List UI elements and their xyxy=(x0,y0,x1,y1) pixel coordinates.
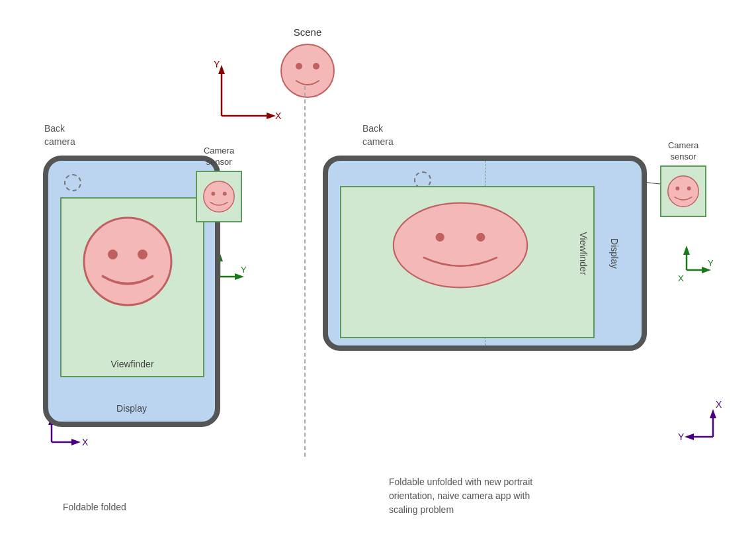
svg-point-32 xyxy=(281,44,334,97)
right-phone-body: Viewfinder Display xyxy=(323,156,647,351)
svg-marker-3 xyxy=(267,113,276,119)
svg-marker-11 xyxy=(71,439,81,445)
svg-marker-27 xyxy=(683,246,690,255)
svg-text:X: X xyxy=(275,111,282,121)
sensor-smiley-right xyxy=(664,172,702,210)
svg-text:Y: Y xyxy=(708,258,714,268)
svg-text:Y: Y xyxy=(678,432,685,442)
svg-point-46 xyxy=(687,187,691,191)
scene-face-icon xyxy=(278,41,337,101)
camera-sensor-label-right: Camera sensor xyxy=(660,140,706,163)
svg-point-37 xyxy=(138,250,147,259)
back-camera-label-left: Back camera xyxy=(44,122,75,148)
sensor-box-right xyxy=(660,165,706,217)
svg-point-39 xyxy=(211,192,215,196)
viewfinder-right xyxy=(340,186,595,338)
svg-point-38 xyxy=(204,181,234,212)
vertical-divider xyxy=(304,86,306,457)
svg-point-36 xyxy=(108,250,118,259)
svg-point-34 xyxy=(313,63,319,69)
camera-sensor-left: Camera sensor xyxy=(196,146,242,222)
svg-point-41 xyxy=(394,203,527,288)
svg-point-44 xyxy=(668,176,698,206)
back-camera-label-right: Back camera xyxy=(362,122,394,148)
folded-caption: Foldable folded xyxy=(63,502,126,512)
unfolded-caption: Foldable unfolded with new portrait orie… xyxy=(389,475,532,517)
svg-point-33 xyxy=(296,63,302,69)
camera-dot-left xyxy=(64,174,81,191)
viewfinder-label-right: Viewfinder xyxy=(577,232,588,275)
sensor-box-left xyxy=(196,171,242,222)
svg-text:X: X xyxy=(678,273,684,283)
svg-marker-29 xyxy=(702,267,711,273)
viewfinder-smiley-right xyxy=(388,197,533,293)
camera-sensor-right: Camera sensor xyxy=(660,140,706,217)
svg-text:X: X xyxy=(82,437,89,447)
svg-marker-23 xyxy=(235,273,244,280)
svg-text:Y: Y xyxy=(241,265,247,275)
svg-marker-17 xyxy=(710,409,716,418)
svg-text:Y: Y xyxy=(214,59,220,69)
left-phone-body: Viewfinder Display xyxy=(43,156,220,427)
svg-point-45 xyxy=(675,187,679,191)
svg-text:X: X xyxy=(716,399,722,410)
svg-point-40 xyxy=(223,192,227,196)
viewfinder-smiley-left xyxy=(78,212,177,311)
svg-marker-1 xyxy=(218,65,225,74)
display-label-right: Display xyxy=(609,238,620,269)
sensor-smiley-left xyxy=(200,177,238,216)
svg-marker-15 xyxy=(685,434,694,440)
svg-point-35 xyxy=(84,218,171,305)
camera-sensor-label-left: Camera sensor xyxy=(196,146,242,168)
main-container: Y X Y X Y X Y X xyxy=(0,0,756,550)
viewfinder-left: Viewfinder xyxy=(60,197,204,377)
viewfinder-label-left: Viewfinder xyxy=(110,359,153,369)
scene-area: Scene xyxy=(278,26,337,103)
scene-label: Scene xyxy=(278,26,337,38)
display-label-left: Display xyxy=(116,403,147,414)
svg-point-43 xyxy=(476,233,485,242)
svg-point-42 xyxy=(436,233,444,242)
